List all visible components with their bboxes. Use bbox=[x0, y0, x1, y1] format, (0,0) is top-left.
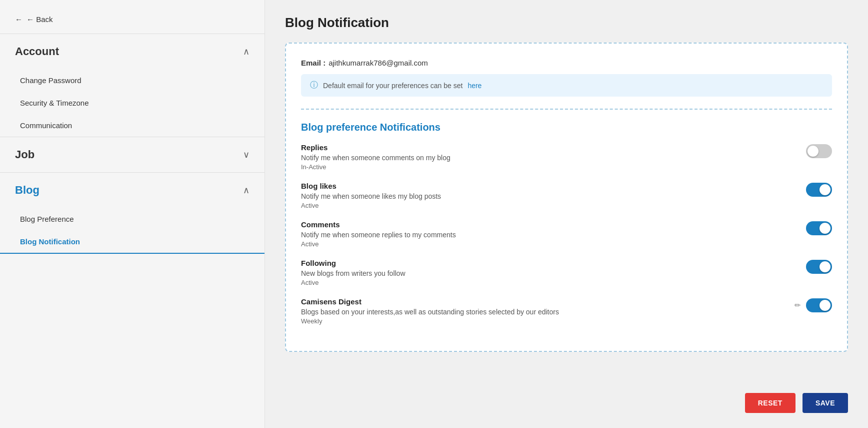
comments-desc: Notify me when someone replies to my com… bbox=[301, 231, 806, 239]
replies-toggle-area bbox=[806, 143, 832, 158]
notification-item-replies: Replies Notify me when someone comments … bbox=[301, 143, 832, 171]
account-section-title: Account bbox=[15, 45, 59, 58]
blog-section: Blog ∧ Blog Preference Blog Notification bbox=[0, 172, 264, 254]
notification-item-camisens-digest: Camisens Digest Blogs based on your inte… bbox=[301, 297, 832, 325]
following-toggle-knob bbox=[820, 261, 830, 272]
page-title: Blog Notification bbox=[285, 15, 848, 31]
following-info: Following New blogs from writers you fol… bbox=[301, 259, 806, 286]
blog-likes-toggle-knob bbox=[820, 184, 830, 195]
sidebar-item-communication[interactable]: Communication bbox=[0, 114, 264, 137]
following-desc: New blogs from writers you follow bbox=[301, 269, 806, 277]
blog-likes-toggle-area bbox=[806, 182, 832, 197]
replies-info: Replies Notify me when someone comments … bbox=[301, 143, 806, 171]
content-box: Email : ajithkumarrak786@gmail.com ⓘ Def… bbox=[285, 43, 848, 352]
info-banner: ⓘ Default email for your preferences can… bbox=[301, 74, 832, 97]
camisens-digest-toggle-area: ✏ bbox=[794, 297, 832, 312]
replies-toggle[interactable] bbox=[806, 144, 832, 158]
camisens-digest-toggle[interactable] bbox=[806, 298, 832, 312]
blog-likes-status: Active bbox=[301, 202, 806, 209]
blog-preference-label: Blog Preference bbox=[20, 215, 74, 223]
job-section: Job ∨ bbox=[0, 137, 264, 172]
job-section-title: Job bbox=[15, 148, 34, 161]
sidebar-item-change-password[interactable]: Change Password bbox=[0, 69, 264, 92]
notification-item-blog-likes: Blog likes Notify me when someone likes … bbox=[301, 182, 832, 209]
bottom-actions: RESET SAVE bbox=[745, 393, 848, 413]
info-link[interactable]: here bbox=[468, 82, 482, 90]
section-heading: Blog preference Notifications bbox=[301, 122, 832, 133]
email-label: Email : bbox=[301, 59, 326, 67]
email-value: ajithkumarrak786@gmail.com bbox=[328, 59, 428, 67]
section-divider bbox=[301, 109, 832, 110]
back-button[interactable]: ← ← Back bbox=[0, 10, 264, 34]
camisens-digest-title: Camisens Digest bbox=[301, 297, 794, 306]
info-text: Default email for your preferences can b… bbox=[323, 82, 462, 90]
blog-likes-info: Blog likes Notify me when someone likes … bbox=[301, 182, 806, 209]
blog-notification-label: Blog Notification bbox=[20, 237, 80, 246]
blog-section-header[interactable]: Blog ∧ bbox=[0, 173, 264, 208]
account-chevron-icon: ∧ bbox=[243, 46, 250, 57]
blog-likes-desc: Notify me when someone likes my blog pos… bbox=[301, 192, 806, 200]
comments-toggle-knob bbox=[820, 223, 830, 234]
security-timezone-label: Security & Timezone bbox=[20, 99, 89, 107]
job-section-header[interactable]: Job ∨ bbox=[0, 137, 264, 172]
sidebar-item-blog-preference[interactable]: Blog Preference bbox=[0, 208, 264, 230]
comments-title: Comments bbox=[301, 220, 806, 229]
sidebar: ← ← Back Account ∧ Change Password Secur… bbox=[0, 0, 265, 428]
back-arrow-icon: ← bbox=[15, 15, 22, 24]
account-section-header[interactable]: Account ∧ bbox=[0, 34, 264, 69]
communication-label: Communication bbox=[20, 121, 72, 130]
replies-title: Replies bbox=[301, 143, 806, 152]
edit-icon[interactable]: ✏ bbox=[794, 301, 801, 310]
blog-section-title: Blog bbox=[15, 184, 40, 197]
camisens-digest-toggle-knob bbox=[820, 300, 830, 311]
sidebar-item-blog-notification[interactable]: Blog Notification bbox=[0, 230, 264, 254]
sidebar-item-security-timezone[interactable]: Security & Timezone bbox=[0, 92, 264, 114]
comments-toggle[interactable] bbox=[806, 221, 832, 235]
notification-item-comments: Comments Notify me when someone replies … bbox=[301, 220, 832, 248]
main-content: Blog Notification Email : ajithkumarrak7… bbox=[265, 0, 868, 428]
notification-item-following: Following New blogs from writers you fol… bbox=[301, 259, 832, 286]
comments-status: Active bbox=[301, 240, 806, 248]
blog-likes-title: Blog likes bbox=[301, 182, 806, 190]
replies-status: In-Active bbox=[301, 163, 806, 171]
account-section: Account ∧ Change Password Security & Tim… bbox=[0, 34, 264, 137]
change-password-label: Change Password bbox=[20, 76, 82, 85]
camisens-digest-desc: Blogs based on your interests,as well as… bbox=[301, 308, 794, 316]
following-toggle-area bbox=[806, 259, 832, 274]
email-row: Email : ajithkumarrak786@gmail.com bbox=[301, 59, 832, 67]
blog-likes-toggle[interactable] bbox=[806, 183, 832, 197]
replies-desc: Notify me when someone comments on my bl… bbox=[301, 154, 806, 162]
following-status: Active bbox=[301, 279, 806, 286]
camisens-digest-info: Camisens Digest Blogs based on your inte… bbox=[301, 297, 794, 325]
back-label: ← Back bbox=[26, 15, 53, 24]
camisens-digest-status: Weekly bbox=[301, 317, 794, 325]
following-toggle[interactable] bbox=[806, 260, 832, 274]
reset-button[interactable]: RESET bbox=[745, 393, 796, 413]
comments-toggle-area bbox=[806, 220, 832, 235]
job-chevron-icon: ∨ bbox=[243, 149, 250, 160]
comments-info: Comments Notify me when someone replies … bbox=[301, 220, 806, 248]
blog-chevron-icon: ∧ bbox=[243, 185, 250, 196]
replies-toggle-knob bbox=[808, 146, 818, 157]
info-icon: ⓘ bbox=[310, 80, 318, 91]
save-button[interactable]: SAVE bbox=[802, 393, 848, 413]
following-title: Following bbox=[301, 259, 806, 267]
